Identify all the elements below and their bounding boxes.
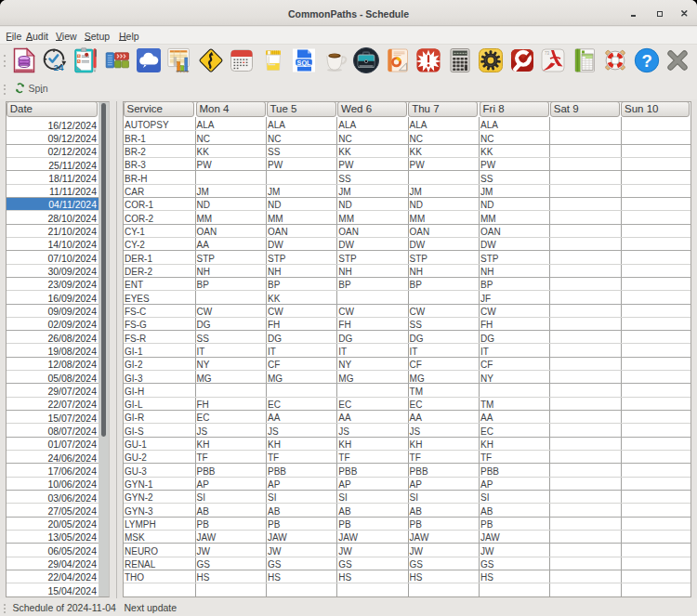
svg-text:24: 24 [54, 62, 64, 72]
svg-text:?: ? [641, 51, 651, 71]
svg-text:SQL: SQL [297, 58, 311, 66]
svg-text:73: 73 [545, 50, 550, 55]
